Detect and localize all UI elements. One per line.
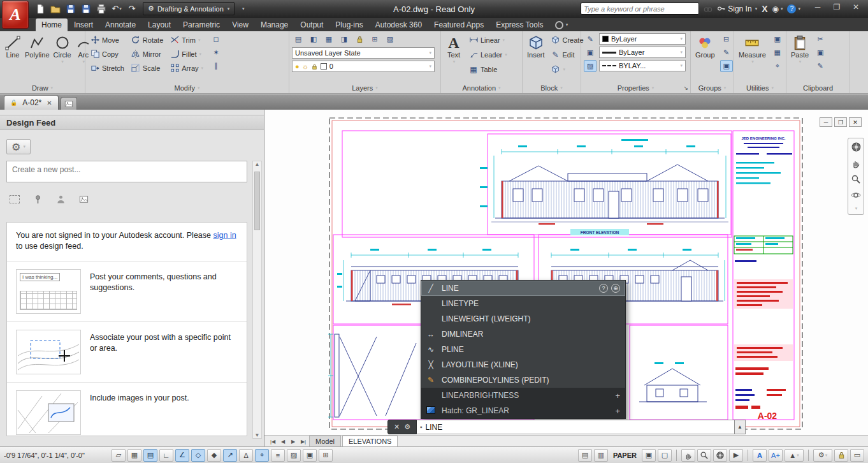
measure-button[interactable]: Measure ▾ [737,33,768,66]
polyline-button[interactable]: Polyline [23,33,52,60]
dynamic-input-toggle[interactable]: ⌖ [255,449,269,462]
erase-button[interactable]: ◻ [210,33,222,45]
layer-lock-button[interactable] [353,33,366,45]
rotate-button[interactable]: Rotate [129,33,165,47]
save-button[interactable] [64,2,78,15]
panel-label-utilities[interactable]: Utilities ▾ [734,83,786,92]
new-post-box[interactable] [6,161,247,182]
marquee-select-button[interactable] [6,191,23,207]
tab-autodesk-360[interactable]: Autodesk 360 [370,18,428,31]
search-input[interactable] [584,5,696,13]
tab-insert[interactable]: Insert [68,18,99,31]
panel-label-groups[interactable]: Groups ▾ [691,83,734,92]
match-properties-button[interactable]: ✎ [584,33,597,45]
space-indicator[interactable]: PAPER [613,452,637,459]
selection-cycling-toggle[interactable]: ⊞ [319,449,333,462]
first-layout-icon[interactable]: |◀ [268,436,277,446]
mirror-button[interactable]: Mirror [129,47,165,61]
annotation-visibility-button[interactable]: A [753,449,767,462]
new-drawing-tab[interactable] [61,97,77,110]
transparency-toggle[interactable]: ▨ [287,449,301,462]
copy-clip-button[interactable]: ▣ [814,47,827,59]
dimension-linear-button[interactable]: Linear▾ [467,33,509,47]
steering-wheel-icon[interactable] [851,142,862,152]
close-button[interactable]: ✕ [846,0,865,14]
layer-properties-button[interactable]: ▤ [292,33,305,45]
group-edit-button[interactable]: ✎ [720,47,733,59]
exchange-apps-button[interactable]: X [762,4,767,14]
scrollbar-thumb[interactable] [254,172,260,230]
panel-label-properties[interactable]: Properties ▾ ↘ [581,83,690,92]
dialog-launcher-icon[interactable]: ↘ [683,85,688,91]
tab-featured-apps[interactable]: Featured Apps [428,18,489,31]
panel-label-clipboard[interactable]: Clipboard [786,83,850,92]
search-button[interactable] [704,4,712,13]
feed-settings-button[interactable]: ⚙ ▾ [6,139,31,154]
command-history-button[interactable]: ▲ [735,420,746,434]
tab-elevations[interactable]: ELEVATIONS [342,436,398,446]
object-color-dropdown[interactable]: ByLayer ▾ [599,33,686,45]
ribbon-minimize-button[interactable]: ▾ [555,18,568,31]
annotation-scale-button[interactable]: ▲▾ [785,449,804,462]
move-button[interactable]: Move [88,33,126,47]
new-post-input[interactable] [6,161,247,182]
lineweight-toggle[interactable]: ≡ [271,449,285,462]
tab-view[interactable]: View [226,18,254,31]
communication-center-button[interactable]: ◉▾ [772,4,783,13]
tab-manage[interactable]: Manage [255,18,294,31]
panel-label-annotation[interactable]: Annotation ▾ [441,83,522,92]
tab-plugins[interactable]: Plug-ins [329,18,368,31]
quick-properties-toggle[interactable]: ▣ [303,449,317,462]
expand-plus-icon[interactable]: + [615,406,620,416]
circle-button[interactable]: Circle ▾ [52,33,73,66]
next-layout-icon[interactable]: ▶ [289,436,298,446]
layer-walk-button[interactable]: ▨ [384,33,396,45]
sign-in-link[interactable]: sign in [213,231,236,240]
suggestion-linearbrightness[interactable]: LINEARBRIGHTNESS + [421,388,625,403]
save-as-button[interactable] [79,2,93,15]
object-snap-toggle[interactable]: ◇ [191,449,205,462]
suggestion-line[interactable]: ╱ LINE ? ⊕ [421,281,625,296]
palette-scrollbar[interactable]: ▲ ▼ [252,161,262,439]
annotation-autoscale-button[interactable]: A+ [769,449,783,462]
workspace-switching-button[interactable]: ⚙▾ [813,449,832,462]
create-block-button[interactable]: Create [549,33,586,47]
steering-wheel-button[interactable] [713,449,727,462]
coordinates-readout[interactable]: -0'9 17/64", 0'-1 1/4", 0'-0" [4,452,110,459]
ungroup-button[interactable]: ⊟ [720,33,733,45]
table-button[interactable]: ▦Table [467,62,509,76]
polar-tracking-toggle[interactable]: ∠ [175,449,189,462]
tab-home[interactable]: Home [36,18,68,31]
restore-button[interactable]: ❐ [827,0,846,14]
file-tab-close-icon[interactable]: ✕ [47,99,52,107]
plot-button[interactable] [94,2,108,15]
show-motion-button[interactable]: ▶ [729,449,743,462]
copy-button[interactable]: Copy [88,47,126,61]
group-selection-toggle[interactable]: ▣ [720,60,733,72]
block-definition-dropdown[interactable]: ▾ [549,62,586,76]
tab-output[interactable]: Output [294,18,329,31]
object-snap-tracking-toggle[interactable]: ↗ [223,449,237,462]
doc-minimize-button[interactable]: ─ [820,117,832,127]
command-input[interactable] [426,423,731,432]
scale-button[interactable]: Scale [129,61,165,75]
dynamic-ucs-toggle[interactable]: ∆ [239,449,253,462]
help-button[interactable]: ?▾ [787,4,800,13]
grid-display-toggle[interactable]: ▤ [143,449,157,462]
suggestion-dimlinear[interactable]: ↔ DIMLINEAR [421,327,625,342]
undo-button[interactable]: ↶▾ [110,2,124,15]
tab-parametric[interactable]: Parametric [177,18,226,31]
infocenter-search[interactable] [581,3,699,15]
help-icon[interactable]: ? [599,284,608,293]
match-properties-clip-button[interactable]: ✎ [814,60,827,72]
attach-image-button[interactable] [75,191,92,207]
last-layout-icon[interactable]: ▶| [299,436,308,446]
file-tab-a02[interactable]: 🔒 A-02* ✕ [4,95,59,110]
quick-select-button[interactable]: ▣ [771,33,784,45]
transparency-button[interactable]: ▨ [584,60,597,72]
prev-layout-icon[interactable]: ◀ [278,436,287,446]
trim-button[interactable]: Trim▾ [168,33,205,47]
zoom-icon[interactable] [851,174,861,184]
text-button[interactable]: A Text ▾ [444,33,464,66]
toolbar-lock-button[interactable] [834,449,848,462]
